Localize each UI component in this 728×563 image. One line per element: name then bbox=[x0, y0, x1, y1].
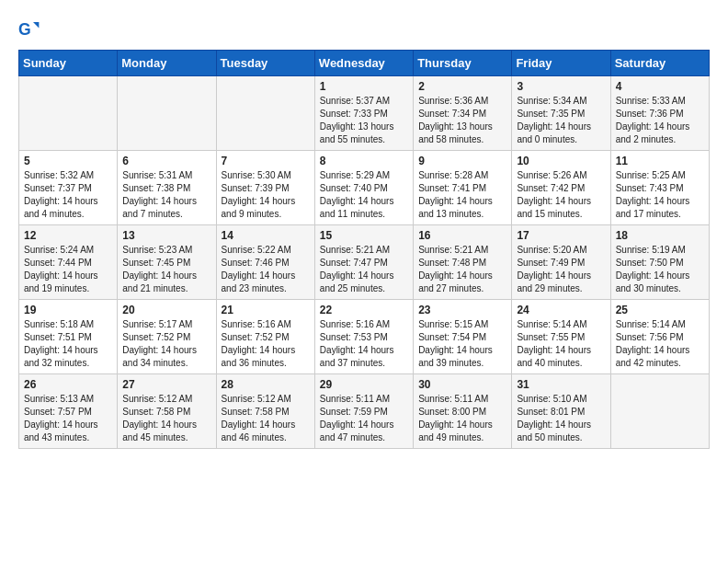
day-info: Sunrise: 5:32 AM Sunset: 7:37 PM Dayligh… bbox=[24, 169, 112, 221]
day-info: Sunrise: 5:25 AM Sunset: 7:43 PM Dayligh… bbox=[616, 169, 704, 221]
calendar-cell: 28Sunrise: 5:12 AM Sunset: 7:58 PM Dayli… bbox=[216, 374, 314, 449]
day-info: Sunrise: 5:36 AM Sunset: 7:34 PM Dayligh… bbox=[418, 95, 506, 146]
calendar-cell: 24Sunrise: 5:14 AM Sunset: 7:55 PM Dayli… bbox=[512, 300, 610, 374]
calendar-week-row: 19Sunrise: 5:18 AM Sunset: 7:51 PM Dayli… bbox=[19, 300, 710, 374]
day-info: Sunrise: 5:11 AM Sunset: 7:59 PM Dayligh… bbox=[320, 393, 408, 444]
calendar-cell: 13Sunrise: 5:23 AM Sunset: 7:45 PM Dayli… bbox=[118, 225, 216, 300]
calendar-cell bbox=[610, 374, 709, 449]
day-of-week-header: Wednesday bbox=[314, 51, 413, 76]
day-number: 13 bbox=[122, 229, 210, 242]
day-info: Sunrise: 5:20 AM Sunset: 7:49 PM Dayligh… bbox=[517, 244, 605, 295]
day-number: 6 bbox=[122, 155, 210, 167]
calendar-cell: 19Sunrise: 5:18 AM Sunset: 7:51 PM Dayli… bbox=[19, 300, 118, 374]
day-info: Sunrise: 5:19 AM Sunset: 7:50 PM Dayligh… bbox=[616, 244, 704, 295]
day-info: Sunrise: 5:30 AM Sunset: 7:39 PM Dayligh… bbox=[222, 169, 310, 221]
day-info: Sunrise: 5:21 AM Sunset: 7:48 PM Dayligh… bbox=[418, 244, 506, 295]
calendar-cell: 21Sunrise: 5:16 AM Sunset: 7:52 PM Dayli… bbox=[216, 300, 314, 374]
day-info: Sunrise: 5:26 AM Sunset: 7:42 PM Dayligh… bbox=[517, 169, 605, 221]
day-of-week-header: Friday bbox=[512, 51, 610, 76]
day-number: 7 bbox=[222, 155, 310, 167]
day-number: 2 bbox=[418, 80, 506, 93]
day-info: Sunrise: 5:11 AM Sunset: 8:00 PM Dayligh… bbox=[418, 393, 506, 444]
day-number: 1 bbox=[320, 80, 408, 93]
day-info: Sunrise: 5:34 AM Sunset: 7:35 PM Dayligh… bbox=[517, 95, 605, 146]
day-number: 21 bbox=[222, 304, 310, 316]
calendar-cell: 22Sunrise: 5:16 AM Sunset: 7:53 PM Dayli… bbox=[314, 300, 413, 374]
calendar-cell: 5Sunrise: 5:32 AM Sunset: 7:37 PM Daylig… bbox=[19, 151, 118, 225]
calendar-cell: 3Sunrise: 5:34 AM Sunset: 7:35 PM Daylig… bbox=[512, 76, 610, 151]
day-info: Sunrise: 5:14 AM Sunset: 7:56 PM Dayligh… bbox=[616, 318, 704, 370]
calendar-cell: 10Sunrise: 5:26 AM Sunset: 7:42 PM Dayli… bbox=[512, 151, 610, 225]
day-number: 18 bbox=[616, 229, 704, 242]
day-number: 10 bbox=[517, 155, 605, 167]
day-number: 25 bbox=[616, 304, 704, 316]
page-header: G bbox=[18, 18, 710, 40]
svg-text:G: G bbox=[18, 20, 31, 39]
day-info: Sunrise: 5:12 AM Sunset: 7:58 PM Dayligh… bbox=[222, 393, 310, 444]
day-number: 19 bbox=[24, 304, 112, 316]
day-info: Sunrise: 5:29 AM Sunset: 7:40 PM Dayligh… bbox=[320, 169, 408, 221]
day-number: 4 bbox=[616, 80, 704, 93]
day-number: 30 bbox=[418, 378, 506, 391]
day-info: Sunrise: 5:14 AM Sunset: 7:55 PM Dayligh… bbox=[517, 318, 605, 370]
day-number: 22 bbox=[320, 304, 408, 316]
calendar-cell: 31Sunrise: 5:10 AM Sunset: 8:01 PM Dayli… bbox=[512, 374, 610, 449]
day-of-week-header: Thursday bbox=[414, 51, 512, 76]
calendar-cell: 30Sunrise: 5:11 AM Sunset: 8:00 PM Dayli… bbox=[414, 374, 512, 449]
day-info: Sunrise: 5:17 AM Sunset: 7:52 PM Dayligh… bbox=[122, 318, 210, 370]
day-info: Sunrise: 5:13 AM Sunset: 7:57 PM Dayligh… bbox=[24, 393, 112, 444]
calendar-cell: 27Sunrise: 5:12 AM Sunset: 7:58 PM Dayli… bbox=[118, 374, 216, 449]
calendar-table: SundayMondayTuesdayWednesdayThursdayFrid… bbox=[18, 50, 710, 449]
calendar-cell: 23Sunrise: 5:15 AM Sunset: 7:54 PM Dayli… bbox=[414, 300, 512, 374]
calendar-cell: 12Sunrise: 5:24 AM Sunset: 7:44 PM Dayli… bbox=[19, 225, 118, 300]
calendar-cell: 17Sunrise: 5:20 AM Sunset: 7:49 PM Dayli… bbox=[512, 225, 610, 300]
calendar-cell: 1Sunrise: 5:37 AM Sunset: 7:33 PM Daylig… bbox=[314, 76, 413, 151]
calendar-week-row: 1Sunrise: 5:37 AM Sunset: 7:33 PM Daylig… bbox=[19, 76, 710, 151]
calendar-cell: 29Sunrise: 5:11 AM Sunset: 7:59 PM Dayli… bbox=[314, 374, 413, 449]
day-of-week-header: Tuesday bbox=[216, 51, 314, 76]
calendar-cell: 15Sunrise: 5:21 AM Sunset: 7:47 PM Dayli… bbox=[314, 225, 413, 300]
calendar-cell bbox=[118, 76, 216, 151]
calendar-cell: 14Sunrise: 5:22 AM Sunset: 7:46 PM Dayli… bbox=[216, 225, 314, 300]
day-number: 17 bbox=[517, 229, 605, 242]
day-number: 8 bbox=[320, 155, 408, 167]
day-info: Sunrise: 5:33 AM Sunset: 7:36 PM Dayligh… bbox=[616, 95, 704, 146]
day-number: 14 bbox=[222, 229, 310, 242]
calendar-cell: 2Sunrise: 5:36 AM Sunset: 7:34 PM Daylig… bbox=[414, 76, 512, 151]
calendar-cell: 18Sunrise: 5:19 AM Sunset: 7:50 PM Dayli… bbox=[610, 225, 709, 300]
day-info: Sunrise: 5:15 AM Sunset: 7:54 PM Dayligh… bbox=[418, 318, 506, 370]
day-number: 12 bbox=[24, 229, 112, 242]
day-number: 27 bbox=[122, 378, 210, 391]
day-info: Sunrise: 5:22 AM Sunset: 7:46 PM Dayligh… bbox=[222, 244, 310, 295]
day-number: 28 bbox=[222, 378, 310, 391]
day-number: 3 bbox=[517, 80, 605, 93]
day-number: 26 bbox=[24, 378, 112, 391]
day-of-week-header: Saturday bbox=[610, 51, 709, 76]
logo: G bbox=[18, 18, 44, 40]
calendar-cell: 7Sunrise: 5:30 AM Sunset: 7:39 PM Daylig… bbox=[216, 151, 314, 225]
day-number: 20 bbox=[122, 304, 210, 316]
day-number: 16 bbox=[418, 229, 506, 242]
calendar-cell: 16Sunrise: 5:21 AM Sunset: 7:48 PM Dayli… bbox=[414, 225, 512, 300]
calendar-cell: 11Sunrise: 5:25 AM Sunset: 7:43 PM Dayli… bbox=[610, 151, 709, 225]
day-info: Sunrise: 5:31 AM Sunset: 7:38 PM Dayligh… bbox=[122, 169, 210, 221]
day-number: 29 bbox=[320, 378, 408, 391]
calendar-cell: 25Sunrise: 5:14 AM Sunset: 7:56 PM Dayli… bbox=[610, 300, 709, 374]
day-number: 15 bbox=[320, 229, 408, 242]
day-of-week-header: Monday bbox=[118, 51, 216, 76]
day-of-week-header: Sunday bbox=[19, 51, 118, 76]
day-info: Sunrise: 5:24 AM Sunset: 7:44 PM Dayligh… bbox=[24, 244, 112, 295]
day-info: Sunrise: 5:18 AM Sunset: 7:51 PM Dayligh… bbox=[24, 318, 112, 370]
day-info: Sunrise: 5:21 AM Sunset: 7:47 PM Dayligh… bbox=[320, 244, 408, 295]
logo-icon: G bbox=[18, 18, 40, 40]
day-number: 11 bbox=[616, 155, 704, 167]
days-of-week-row: SundayMondayTuesdayWednesdayThursdayFrid… bbox=[19, 51, 710, 76]
calendar-cell: 4Sunrise: 5:33 AM Sunset: 7:36 PM Daylig… bbox=[610, 76, 709, 151]
calendar-cell: 9Sunrise: 5:28 AM Sunset: 7:41 PM Daylig… bbox=[414, 151, 512, 225]
day-info: Sunrise: 5:37 AM Sunset: 7:33 PM Dayligh… bbox=[320, 95, 408, 146]
day-info: Sunrise: 5:16 AM Sunset: 7:53 PM Dayligh… bbox=[320, 318, 408, 370]
day-number: 24 bbox=[517, 304, 605, 316]
day-number: 23 bbox=[418, 304, 506, 316]
day-info: Sunrise: 5:10 AM Sunset: 8:01 PM Dayligh… bbox=[517, 393, 605, 444]
day-info: Sunrise: 5:23 AM Sunset: 7:45 PM Dayligh… bbox=[122, 244, 210, 295]
